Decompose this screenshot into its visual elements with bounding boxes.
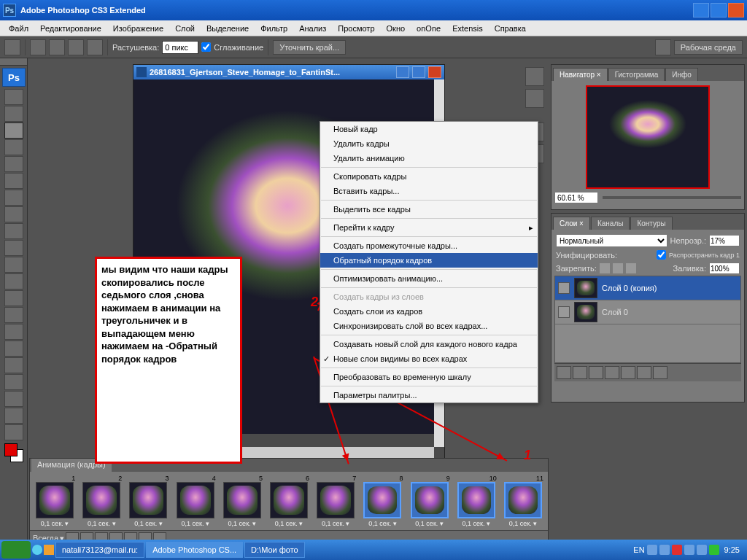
tray-icon[interactable] bbox=[659, 545, 670, 555]
layer-style-icon[interactable] bbox=[573, 366, 587, 379]
blend-mode-select[interactable]: Нормальный bbox=[556, 234, 667, 247]
maximize-button[interactable] bbox=[711, 3, 727, 18]
delete-layer-icon[interactable] bbox=[653, 366, 667, 379]
animation-frame[interactable]: 30,1 сек. ▾ bbox=[126, 475, 170, 527]
close-button[interactable] bbox=[728, 3, 744, 18]
lock-pixels-icon[interactable] bbox=[600, 263, 610, 273]
antialias-checkbox[interactable] bbox=[201, 42, 211, 52]
tray-icon[interactable] bbox=[672, 545, 682, 555]
layers-tab[interactable]: Слои × bbox=[553, 217, 590, 230]
pen-tool[interactable] bbox=[4, 324, 23, 340]
tray-icon[interactable] bbox=[684, 545, 694, 555]
adjustment-icon[interactable] bbox=[605, 366, 619, 379]
animation-frame[interactable]: 40,1 сек. ▾ bbox=[174, 475, 217, 527]
lock-all-icon[interactable] bbox=[626, 263, 636, 273]
document-titlebar[interactable]: 26816831_Gjertson_Steve_Homage_to_Fantin… bbox=[133, 65, 444, 79]
animation-frame[interactable]: 50,1 сек. ▾ bbox=[220, 475, 264, 527]
doc-minimize[interactable] bbox=[396, 66, 409, 78]
eyedropper-tool[interactable] bbox=[4, 173, 23, 189]
menu-фильтр[interactable]: Фильтр bbox=[255, 23, 293, 34]
group-icon[interactable] bbox=[621, 366, 635, 379]
brush-tool[interactable] bbox=[4, 206, 23, 222]
menu-слой[interactable]: Слой bbox=[169, 23, 201, 34]
menu-item[interactable]: Синхронизировать слой во всех кадрах... bbox=[320, 319, 538, 333]
zoom-tool[interactable] bbox=[4, 424, 23, 440]
selection-new-icon[interactable] bbox=[30, 39, 46, 55]
doc-close[interactable] bbox=[428, 66, 441, 78]
menu-окно[interactable]: Окно bbox=[381, 23, 411, 34]
marquee-tool[interactable] bbox=[4, 106, 23, 122]
animation-frame[interactable]: 110,1 сек. ▾ bbox=[501, 475, 545, 527]
navigator-thumbnail[interactable] bbox=[586, 85, 710, 189]
tray-icon[interactable] bbox=[697, 545, 707, 555]
menu-файл[interactable]: Файл bbox=[3, 23, 34, 34]
new-layer-icon[interactable] bbox=[637, 366, 651, 379]
nav-tab[interactable]: Навигатор × bbox=[553, 68, 608, 81]
menu-item[interactable]: Параметры палитры... bbox=[320, 388, 538, 402]
brush-palette-icon[interactable] bbox=[655, 39, 671, 55]
menu-item[interactable]: Преобразовать во временную шкалу bbox=[320, 370, 538, 384]
type-tool[interactable] bbox=[4, 341, 23, 357]
hand-tool[interactable] bbox=[4, 408, 23, 424]
stamp-tool[interactable] bbox=[4, 223, 23, 239]
menu-изображение[interactable]: Изображение bbox=[107, 23, 169, 34]
visibility-icon[interactable] bbox=[558, 282, 570, 294]
selection-add-icon[interactable] bbox=[49, 39, 65, 55]
color-swatch[interactable] bbox=[4, 443, 23, 462]
blur-tool[interactable] bbox=[4, 290, 23, 306]
taskbar-item-folder[interactable]: D:\Мои фото bbox=[244, 542, 305, 558]
opacity-input[interactable] bbox=[709, 235, 740, 246]
workspace-button[interactable]: Рабочая среда bbox=[674, 40, 743, 55]
menu-item[interactable]: Создать промежуточные кадры... bbox=[320, 238, 538, 253]
animation-frame[interactable]: 10,1 сек. ▾ bbox=[33, 475, 77, 527]
menu-анализ[interactable]: Анализ bbox=[293, 23, 332, 34]
menu-справка[interactable]: Справка bbox=[489, 23, 532, 34]
menu-onone[interactable]: onOne bbox=[411, 23, 446, 34]
wand-tool[interactable] bbox=[4, 139, 23, 155]
selection-intersect-icon[interactable] bbox=[87, 39, 103, 55]
menu-item[interactable]: Новые слои видимы во всех кадрах bbox=[320, 351, 538, 366]
taskbar-item-mail[interactable]: natali73123@mail.ru: bbox=[55, 542, 144, 558]
menu-выделение[interactable]: Выделение bbox=[201, 23, 255, 34]
lang-indicator[interactable]: EN bbox=[633, 545, 644, 554]
feather-input[interactable] bbox=[162, 41, 198, 54]
animation-frame[interactable]: 80,1 сек. ▾ bbox=[360, 475, 404, 527]
nav-tab[interactable]: Инфо bbox=[665, 68, 698, 81]
gradient-tool[interactable] bbox=[4, 273, 23, 289]
menu-item[interactable]: Оптимизировать анимацию... bbox=[320, 271, 538, 286]
path-tool[interactable] bbox=[4, 357, 23, 373]
menu-item[interactable]: Создавать новый слой для каждого нового … bbox=[320, 337, 538, 351]
history-brush-tool[interactable] bbox=[4, 240, 23, 256]
crop-tool[interactable] bbox=[4, 156, 23, 172]
menu-item[interactable]: Скопировать кадры bbox=[320, 169, 538, 184]
eraser-tool[interactable] bbox=[4, 257, 23, 273]
animation-frame[interactable]: 90,1 сек. ▾ bbox=[408, 475, 452, 527]
menu-редактирование[interactable]: Редактирование bbox=[34, 23, 107, 34]
lock-position-icon[interactable] bbox=[613, 263, 623, 273]
minimize-button[interactable] bbox=[693, 3, 709, 18]
dock-icon-1[interactable] bbox=[525, 67, 544, 86]
menu-item[interactable]: Вставить кадры... bbox=[320, 184, 538, 198]
menu-просмотр[interactable]: Просмотр bbox=[332, 23, 380, 34]
dodge-tool[interactable] bbox=[4, 307, 23, 323]
layers-tab[interactable]: Контуры bbox=[630, 217, 672, 230]
animation-frame[interactable]: 60,1 сек. ▾ bbox=[267, 475, 311, 527]
menu-item[interactable]: Удалить анимацию bbox=[320, 151, 538, 166]
menu-item[interactable]: Новый кадр bbox=[320, 122, 538, 136]
lasso-tool[interactable] bbox=[4, 122, 23, 139]
tray-icon[interactable] bbox=[709, 545, 719, 555]
animation-frame[interactable]: 20,1 сек. ▾ bbox=[80, 475, 123, 527]
menu-extensis[interactable]: Extensis bbox=[446, 23, 489, 34]
menu-item[interactable]: Обратный порядок кадров bbox=[320, 253, 538, 268]
selection-sub-icon[interactable] bbox=[68, 39, 84, 55]
tray-icon[interactable] bbox=[647, 545, 657, 555]
dock-icon-2[interactable] bbox=[525, 89, 544, 108]
menu-item[interactable]: Выделить все кадры bbox=[320, 202, 538, 217]
shape-tool[interactable] bbox=[4, 374, 23, 390]
start-button[interactable] bbox=[1, 541, 31, 559]
nav-tab[interactable]: Гистограмма bbox=[608, 68, 665, 81]
animation-frame[interactable]: 100,1 сек. ▾ bbox=[454, 475, 498, 527]
notes-tool[interactable] bbox=[4, 391, 23, 407]
layer-row[interactable]: Слой 0 bbox=[555, 300, 740, 324]
menu-item[interactable]: Перейти к кадру bbox=[320, 220, 538, 235]
